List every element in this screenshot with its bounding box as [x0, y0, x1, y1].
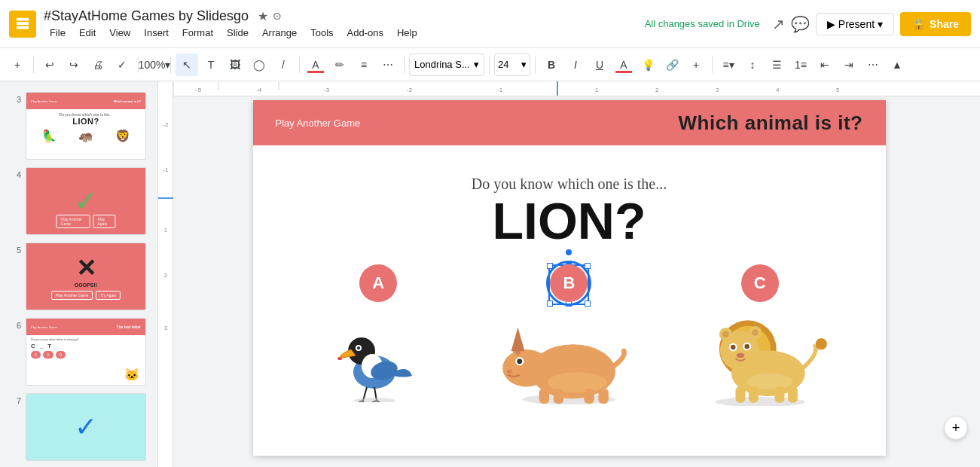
- svg-rect-48: [554, 388, 564, 403]
- svg-rect-2: [17, 26, 29, 29]
- slide-thumb-5[interactable]: 5 ✕ OOOPS!! Play Another Game Try Again: [3, 240, 154, 313]
- svg-rect-0: [17, 17, 29, 20]
- slide-thumb-7[interactable]: 7 ✓: [3, 390, 154, 464]
- toolbar-zoom-menu[interactable]: +: [6, 53, 29, 76]
- svg-text:-2: -2: [163, 121, 169, 128]
- bold-button[interactable]: B: [540, 53, 563, 76]
- toolbar-separator-5: [404, 56, 405, 73]
- svg-point-28: [357, 346, 360, 349]
- line-color[interactable]: ✏: [328, 53, 351, 76]
- svg-rect-49: [585, 388, 595, 403]
- font-name: Londrina S...: [414, 59, 470, 70]
- doc-title[interactable]: #StayAtHome Games by Slidesgo: [44, 8, 249, 24]
- undo-button[interactable]: ↩: [38, 53, 61, 76]
- align-button[interactable]: ≡▾: [717, 53, 740, 76]
- ruler-vertical: -2 -1 1 2 3: [158, 81, 173, 467]
- font-color[interactable]: A: [612, 53, 635, 76]
- menu-slide[interactable]: Slide: [221, 26, 255, 40]
- redo-button[interactable]: ↪: [63, 53, 85, 76]
- image-tool[interactable]: 🖼: [224, 53, 246, 76]
- svg-text:5: 5: [836, 87, 840, 93]
- svg-point-45: [507, 370, 512, 374]
- cursor-tool[interactable]: ↖: [176, 53, 198, 76]
- menu-addons[interactable]: Add-ons: [341, 26, 389, 40]
- link-button[interactable]: 🔗: [661, 53, 683, 76]
- shapes-tool[interactable]: ◯: [248, 53, 270, 76]
- history-icon[interactable]: ⊙: [273, 10, 282, 22]
- slide-num-6: 6: [9, 318, 21, 330]
- text-box-tool[interactable]: T: [200, 53, 222, 76]
- answer-word[interactable]: LION?: [493, 193, 646, 249]
- menu-edit[interactable]: Edit: [73, 26, 102, 40]
- zoom-select[interactable]: 100%▾: [143, 53, 166, 76]
- option-a-letter[interactable]: A: [359, 264, 397, 302]
- option-c-letter[interactable]: C: [741, 264, 779, 302]
- star-icon[interactable]: ★: [258, 9, 268, 23]
- slide-num-3: 3: [9, 92, 21, 104]
- line-weight[interactable]: ≡: [353, 53, 375, 76]
- activity-icon[interactable]: ↗: [772, 15, 785, 33]
- slide-panel: 3 Play Another Game Which animal is it? …: [0, 81, 158, 467]
- present-button[interactable]: ▶ Present ▾: [816, 13, 894, 35]
- header-left-text[interactable]: Play Another Game: [276, 118, 361, 129]
- spell-check-button[interactable]: ✓: [111, 53, 133, 76]
- checkmark-icon: ✓: [74, 185, 98, 218]
- slide-preview-6: Play Another Game The last letter Do you…: [26, 318, 146, 386]
- slide-thumb-3[interactable]: 3 Play Another Game Which animal is it? …: [3, 89, 154, 163]
- present-chevron[interactable]: ▾: [878, 18, 883, 30]
- svg-text:-4: -4: [256, 87, 262, 93]
- numbered-list-button[interactable]: 1≡: [789, 53, 812, 76]
- svg-point-64: [736, 353, 744, 358]
- font-size-select[interactable]: 24 ▾: [494, 53, 530, 76]
- options-row: A: [253, 264, 886, 406]
- slide-preview-3: Play Another Game Which animal is it? Do…: [26, 92, 146, 160]
- lion-svg: [692, 308, 828, 406]
- comments-icon[interactable]: 💬: [791, 15, 810, 33]
- menu-help[interactable]: Help: [391, 26, 423, 40]
- slide-thumb-6[interactable]: 6 Play Another Game The last letter Do y…: [3, 315, 154, 389]
- slide-preview-5: ✕ OOOPS!! Play Another Game Try Again: [26, 243, 146, 310]
- svg-point-70: [815, 338, 826, 349]
- option-b-letter[interactable]: B: [550, 264, 588, 302]
- menu-format[interactable]: Format: [176, 26, 219, 40]
- lines-tool[interactable]: /: [272, 53, 295, 76]
- sel-rotate-handle[interactable]: [566, 249, 572, 255]
- highlight-color[interactable]: 💡: [637, 53, 659, 76]
- svg-rect-69: [788, 386, 798, 403]
- slide-body: Do you know which one is the... LION? A: [253, 145, 886, 456]
- ruler-horizontal: -5 -4 -3 -2 -1 1 2 3 4 5: [158, 81, 980, 96]
- question-text[interactable]: Do you know which one is the...: [472, 176, 667, 193]
- toolbar-collapse[interactable]: ▲: [886, 53, 908, 76]
- indent-inc-button[interactable]: ⇥: [838, 53, 860, 76]
- bullet-list-button[interactable]: ☰: [765, 53, 788, 76]
- more-options[interactable]: ⋯: [862, 53, 884, 76]
- font-size: 24: [498, 59, 508, 70]
- menu-view[interactable]: View: [103, 26, 136, 40]
- menu-tools[interactable]: Tools: [304, 26, 339, 40]
- italic-button[interactable]: I: [564, 53, 587, 76]
- indent-dec-button[interactable]: ⇤: [814, 53, 836, 76]
- share-button[interactable]: 🔒 Share: [900, 12, 971, 36]
- menu-arrange[interactable]: Arrange: [256, 26, 303, 40]
- option-a-col: A: [310, 264, 446, 406]
- svg-point-39: [503, 349, 551, 387]
- line-spacing-button[interactable]: ↕: [741, 53, 764, 76]
- slide-preview-7: ✓: [26, 393, 146, 461]
- header-right-text[interactable]: Which animal is it?: [679, 111, 863, 135]
- main-layout: 3 Play Another Game Which animal is it? …: [0, 81, 980, 467]
- slide-canvas: Play Another Game Which animal is it? Do…: [253, 100, 886, 456]
- font-select[interactable]: Londrina S... ▾: [409, 53, 484, 76]
- menu-insert[interactable]: Insert: [138, 26, 175, 40]
- svg-text:1: 1: [164, 227, 168, 233]
- menu-file[interactable]: File: [44, 26, 72, 40]
- comment-button[interactable]: +: [685, 53, 707, 76]
- fill-color[interactable]: A: [304, 53, 327, 76]
- line-dash[interactable]: ⋯: [377, 53, 399, 76]
- print-button[interactable]: 🖨: [87, 53, 109, 76]
- zoom-button[interactable]: +: [944, 416, 968, 440]
- rhino-svg: [501, 308, 637, 406]
- underline-button[interactable]: U: [588, 53, 611, 76]
- svg-rect-66: [735, 386, 745, 403]
- slide-thumb-4[interactable]: 4 ✓ Play Another Game Play Again: [3, 164, 154, 238]
- svg-text:3: 3: [164, 325, 168, 331]
